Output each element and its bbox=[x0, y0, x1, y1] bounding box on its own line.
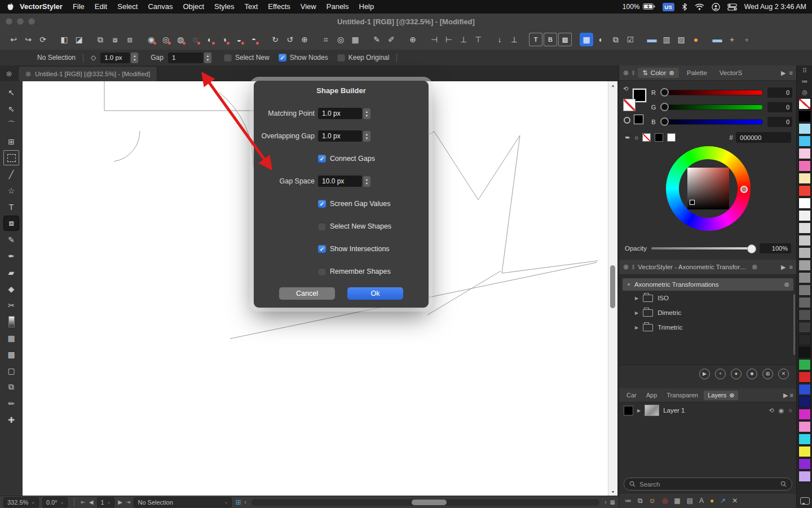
toolbar-button-bold-frame[interactable]: B bbox=[544, 33, 557, 46]
close-group-icon[interactable]: ⊗ bbox=[784, 281, 789, 288]
panel-menu-icon[interactable]: ≡ bbox=[790, 392, 793, 398]
image-icon[interactable]: ▤ bbox=[687, 497, 693, 505]
toolbar-button-align-left[interactable]: ⊣ bbox=[427, 33, 441, 46]
panel-next-icon[interactable]: ▶ bbox=[781, 69, 785, 77]
layer-color-swatch[interactable] bbox=[624, 406, 633, 415]
toolbar-button-small-frame[interactable]: ▫ bbox=[740, 33, 753, 46]
slider-knob[interactable] bbox=[660, 103, 669, 111]
menu-text[interactable]: Text bbox=[239, 0, 263, 14]
record-button[interactable]: ● bbox=[731, 369, 742, 379]
close-panel-icon[interactable]: ⊗ bbox=[623, 263, 629, 271]
toolbar-button-shear-horizontal[interactable]: ◧ bbox=[58, 33, 71, 46]
swatch[interactable] bbox=[798, 309, 811, 321]
toolbar-button-panel-wide[interactable]: ▬ bbox=[645, 33, 659, 46]
user-icon[interactable] bbox=[712, 3, 720, 11]
chat-icon[interactable] bbox=[800, 497, 810, 505]
toolbar-button-shape-builder-mode[interactable]: ▦ bbox=[580, 33, 593, 46]
panel-next-icon[interactable]: ▶ bbox=[781, 264, 785, 271]
swatch[interactable] bbox=[798, 135, 811, 147]
menu-view[interactable]: View bbox=[295, 0, 321, 14]
toolbar-button-reflect-shape[interactable]: ↺ bbox=[283, 33, 297, 46]
swatch[interactable] bbox=[798, 359, 811, 370]
connect-gaps-checkbox[interactable] bbox=[318, 155, 326, 163]
swatch[interactable] bbox=[798, 198, 811, 209]
axonometric-root-row[interactable]: ▼ Axonometric Transformations ⊗ bbox=[623, 278, 793, 291]
duplicate-icon[interactable]: ⧉ bbox=[638, 497, 643, 505]
opacity-knob[interactable] bbox=[747, 244, 756, 253]
tool-pen-plus[interactable]: ✚ bbox=[3, 412, 19, 427]
opacity-value[interactable]: 100% bbox=[760, 243, 791, 253]
toolbar-button-color-dot[interactable]: ● bbox=[689, 33, 703, 46]
swatch[interactable] bbox=[798, 260, 811, 271]
menu-file[interactable]: File bbox=[68, 0, 90, 14]
layer-target-icon[interactable]: ○ bbox=[788, 407, 792, 414]
search-icon[interactable] bbox=[780, 481, 787, 487]
swatch[interactable] bbox=[798, 222, 811, 234]
swatch[interactable] bbox=[798, 371, 811, 383]
gap-input[interactable]: 1 bbox=[168, 52, 203, 63]
vertical-scrollbar[interactable]: ▲ ▼ bbox=[608, 81, 617, 496]
toolbar-button-stack-mode[interactable]: ⧉ bbox=[609, 33, 623, 46]
app-menu[interactable]: VectorStyler bbox=[17, 0, 68, 14]
toolbar-button-unite[interactable]: ◉ bbox=[144, 33, 158, 46]
overlapping-gap-stepper[interactable]: ▴▾ bbox=[363, 131, 370, 142]
menu-canvas[interactable]: Canvas bbox=[143, 0, 178, 14]
menubar-clock[interactable]: Wed Aug 2 3:46 AM bbox=[744, 3, 806, 11]
panel-drag-handle[interactable]: ‖ bbox=[632, 70, 634, 76]
secondary-swatch[interactable] bbox=[634, 115, 643, 124]
registration-target-icon[interactable]: ◎ bbox=[802, 87, 807, 98]
close-all-tabs-button[interactable]: ⊗ bbox=[0, 65, 18, 81]
minimize-window-button[interactable] bbox=[17, 18, 24, 25]
smiley-icon[interactable]: ☺ bbox=[649, 497, 656, 505]
scroll-down-icon[interactable]: ▼ bbox=[608, 488, 617, 496]
settings-icon[interactable]: ≔ bbox=[625, 497, 632, 505]
slider-knob[interactable] bbox=[660, 88, 669, 97]
hue-marker[interactable] bbox=[740, 186, 748, 193]
scroll-up-icon[interactable]: ▲ bbox=[608, 81, 617, 89]
toolbar-button-blend-shapes[interactable]: ⊕ bbox=[298, 33, 311, 46]
control-center-icon[interactable] bbox=[727, 3, 737, 11]
swatch[interactable] bbox=[798, 160, 811, 172]
input-source-badge[interactable]: US bbox=[663, 3, 674, 11]
grid-icon[interactable]: ▦ bbox=[674, 497, 680, 505]
delete-icon[interactable]: ✕ bbox=[732, 497, 738, 505]
tool-gradient[interactable] bbox=[3, 314, 19, 329]
swatch[interactable] bbox=[798, 458, 811, 470]
selection-dropdown[interactable]: No Selection ⌄ bbox=[134, 497, 232, 507]
toolbar-button-distribute-down[interactable]: ↓ bbox=[493, 33, 506, 46]
menu-help[interactable]: Help bbox=[354, 0, 379, 14]
toolbar-button-trim[interactable]: ◑ bbox=[218, 33, 231, 46]
panel-options-icon[interactable]: ≔ bbox=[802, 76, 808, 87]
tab-car[interactable]: Car bbox=[623, 391, 641, 400]
swatch[interactable] bbox=[798, 247, 811, 259]
circle-icon[interactable]: ○ bbox=[634, 134, 638, 142]
slider-knob[interactable] bbox=[660, 117, 669, 126]
tool-patch[interactable]: ▰ bbox=[3, 265, 19, 280]
select-new-checkbox[interactable] bbox=[224, 54, 232, 62]
show-nodes-checkbox[interactable] bbox=[279, 54, 286, 62]
tool-rect[interactable]: ▢ bbox=[3, 363, 19, 378]
swatch[interactable] bbox=[798, 148, 811, 159]
toolbar-button-merge[interactable]: ◒ bbox=[232, 33, 246, 46]
toolbar-button-divide[interactable]: ◐ bbox=[203, 33, 217, 46]
fill-stroke-selector[interactable]: ⟲ bbox=[619, 85, 651, 129]
tab-transparen[interactable]: Transparen bbox=[663, 391, 702, 400]
tool-polygon[interactable]: ◆ bbox=[3, 281, 19, 296]
toolbar-button-confirm-mode[interactable]: ☑ bbox=[624, 33, 637, 46]
zoom-control[interactable]: 332.5% ⌄ bbox=[3, 497, 39, 507]
toolbar-button-panel-columns[interactable]: ▥ bbox=[660, 33, 673, 46]
gap-stepper[interactable]: ▴▾ bbox=[204, 52, 211, 63]
remember-shapes-checkbox[interactable] bbox=[318, 268, 326, 275]
disclosure-right-icon[interactable]: ▶ bbox=[635, 310, 638, 316]
toolbar-button-baseline[interactable]: ⟂ bbox=[508, 33, 521, 46]
show-intersections-checkbox[interactable] bbox=[318, 245, 326, 253]
menu-panels[interactable]: Panels bbox=[321, 0, 354, 14]
tool-pen[interactable]: ✒ bbox=[3, 248, 19, 264]
tool-select[interactable]: ↖ bbox=[3, 85, 19, 100]
new-folder-button[interactable]: ⊞ bbox=[762, 369, 773, 379]
axon-item-dimetric[interactable]: ▶Dimetric bbox=[623, 305, 793, 320]
swatch[interactable] bbox=[798, 123, 811, 134]
toolbar-button-exclude[interactable]: ◌ bbox=[188, 33, 202, 46]
keep-original-checkbox[interactable] bbox=[337, 54, 345, 62]
swatch[interactable] bbox=[798, 272, 811, 283]
